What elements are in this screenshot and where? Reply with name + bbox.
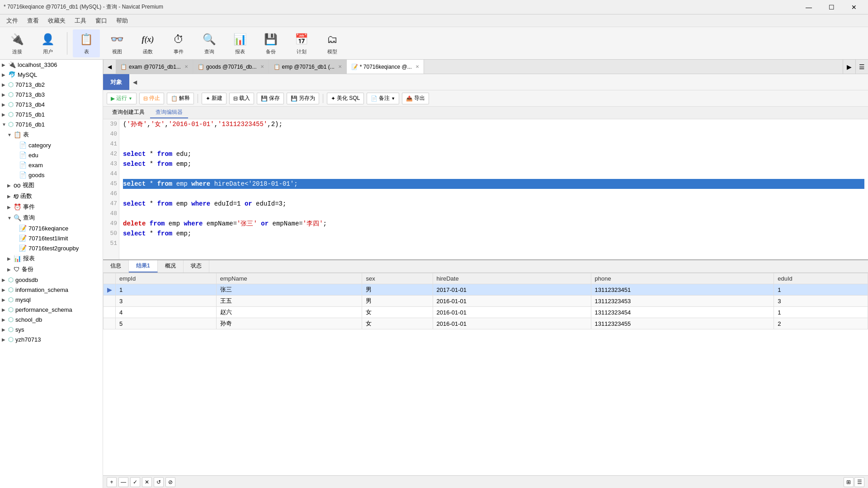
col-phone[interactable]: phone bbox=[591, 273, 774, 284]
cancel-button[interactable]: ✕ bbox=[142, 477, 152, 487]
table-row[interactable]: 4 赵六 女 2016-01-01 13112323454 1 bbox=[104, 307, 868, 318]
sidebar-item-70713db3[interactable]: ▶ ⬡ 70713_db3 bbox=[0, 89, 103, 99]
tab-close-icon[interactable]: ✕ bbox=[184, 64, 188, 69]
table-container[interactable]: empId empName sex hireDate phone eduId ▶ bbox=[103, 273, 868, 475]
query-button[interactable]: 🔍 查询 bbox=[196, 29, 223, 57]
tab-close-icon[interactable]: ✕ bbox=[260, 64, 264, 69]
object-tag[interactable]: 对象 bbox=[103, 74, 129, 90]
sidebar-item-70716test2groupby[interactable]: 📝 70716test2groupby bbox=[0, 243, 103, 253]
tab-keqiance[interactable]: 📝 * 70716keqiance @... ✕ bbox=[347, 60, 424, 74]
sidebar-item-mysql[interactable]: ▶ 🐬 MySQL bbox=[0, 70, 103, 80]
col-sex[interactable]: sex bbox=[362, 273, 433, 284]
tab-menu-button[interactable]: ☰ bbox=[855, 60, 868, 74]
sidebar-item-70716keqiance[interactable]: 📝 70716keqiance bbox=[0, 223, 103, 233]
user-button[interactable]: 👤 用户 bbox=[34, 29, 61, 57]
beautify-button[interactable]: ✦ 美化 SQL bbox=[327, 93, 364, 104]
query-editor-tab[interactable]: 查询编辑器 bbox=[150, 107, 188, 118]
sidebar-item-view-folder[interactable]: ▶ oo 视图 bbox=[0, 180, 103, 191]
col-empid[interactable]: empId bbox=[116, 273, 217, 284]
save-button[interactable]: 💾 保存 bbox=[257, 93, 284, 104]
code-editor[interactable]: 39 40 41 42 43 44 45 46 47 48 49 50 51 (… bbox=[103, 119, 868, 259]
backup-button[interactable]: 💾 备份 bbox=[257, 29, 284, 57]
menu-file[interactable]: 文件 bbox=[2, 15, 23, 27]
col-hiredate[interactable]: hireDate bbox=[433, 273, 591, 284]
function-icon: f(x) bbox=[140, 31, 156, 47]
sidebar-item-mysql-db[interactable]: ▶ ⬡ mysql bbox=[0, 295, 103, 305]
schedule-button[interactable]: 📅 计划 bbox=[288, 29, 315, 57]
grid-view-button[interactable]: ⊞ bbox=[844, 477, 854, 487]
refresh-button[interactable]: ↺ bbox=[154, 477, 164, 487]
minimize-button[interactable]: — bbox=[798, 0, 819, 14]
menu-favorites[interactable]: 收藏夹 bbox=[43, 15, 70, 27]
sidebar-item-schooldb[interactable]: ▶ ⬡ school_db bbox=[0, 314, 103, 324]
explain-button[interactable]: 📋 解释 bbox=[167, 93, 194, 104]
table-row[interactable]: 3 王五 男 2016-01-01 13112323453 3 bbox=[104, 296, 868, 307]
tab-scroll-right-button[interactable]: ▶ bbox=[843, 60, 855, 74]
tab-close-icon[interactable]: ✕ bbox=[415, 64, 419, 69]
save-as-button[interactable]: 💾 另存为 bbox=[287, 93, 319, 104]
sidebar-item-exam[interactable]: 📄 exam bbox=[0, 160, 103, 170]
tab-overview[interactable]: 概况 bbox=[158, 260, 184, 272]
tab-info[interactable]: 信息 bbox=[103, 260, 129, 272]
stop-refresh-button[interactable]: ⊘ bbox=[165, 477, 175, 487]
query-create-tools-tab[interactable]: 查询创建工具 bbox=[107, 107, 150, 118]
delete-row-button[interactable]: — bbox=[118, 477, 128, 487]
tab-result1[interactable]: 结果1 bbox=[129, 260, 158, 272]
tab-close-icon[interactable]: ✕ bbox=[338, 64, 342, 69]
tab-status[interactable]: 状态 bbox=[184, 260, 209, 272]
menu-tools[interactable]: 工具 bbox=[70, 15, 91, 27]
load-button[interactable]: ⊟ 载入 bbox=[229, 93, 254, 104]
sidebar-item-goods[interactable]: 📄 goods bbox=[0, 170, 103, 180]
function-button[interactable]: f(x) 函数 bbox=[134, 29, 161, 57]
code-content[interactable]: ('孙奇','女','2016-01-01','13112323455',2);… bbox=[119, 119, 868, 259]
tab-emp[interactable]: 📋 emp @70716_db1 (... ✕ bbox=[269, 60, 347, 74]
sidebar-item-information-schema[interactable]: ▶ ⬡ information_schema bbox=[0, 285, 103, 295]
new-button[interactable]: ✦ 新建 bbox=[202, 93, 226, 104]
table-button[interactable]: 📋 表 bbox=[73, 29, 100, 57]
confirm-button[interactable]: ✓ bbox=[130, 477, 140, 487]
menu-window[interactable]: 窗口 bbox=[91, 15, 112, 27]
export-button[interactable]: 📤 导出 bbox=[402, 93, 429, 104]
sidebar-item-query-folder[interactable]: ▼ 🔍 查询 bbox=[0, 212, 103, 223]
view-button[interactable]: 👓 视图 bbox=[104, 29, 131, 57]
col-eduid[interactable]: eduId bbox=[774, 273, 868, 284]
table-row[interactable]: ▶ 1 张三 男 2017-01-01 13112323451 1 bbox=[104, 284, 868, 296]
sidebar-item-backup-folder[interactable]: ▶ 🛡 备份 bbox=[0, 264, 103, 275]
sidebar-item-category[interactable]: 📄 category bbox=[0, 140, 103, 150]
add-row-button[interactable]: + bbox=[107, 477, 117, 487]
sidebar-item-event-folder[interactable]: ▶ ⏰ 事件 bbox=[0, 202, 103, 212]
schedule-label: 计划 bbox=[297, 48, 307, 55]
report-button[interactable]: 📊 报表 bbox=[226, 29, 254, 57]
sidebar-item-70716db1[interactable]: ▼ ⬡ 70716_db1 bbox=[0, 119, 103, 129]
stop-button[interactable]: ⊟ 停止 bbox=[139, 93, 164, 104]
backup-note-button[interactable]: 📄 备注 ▼ bbox=[367, 93, 399, 104]
sidebar-item-sys[interactable]: ▶ ⬡ sys bbox=[0, 324, 103, 334]
sidebar-item-performance-schema[interactable]: ▶ ⬡ performance_schema bbox=[0, 305, 103, 314]
close-button[interactable]: ✕ bbox=[844, 0, 864, 14]
sidebar-item-report-folder[interactable]: ▶ 📊 报表 bbox=[0, 253, 103, 264]
sidebar-item-70715db1[interactable]: ▶ ⬡ 70715_db1 bbox=[0, 109, 103, 119]
sidebar-item-70716test1limit[interactable]: 📝 70716test1limit bbox=[0, 233, 103, 243]
tab-back-button[interactable]: ◀ bbox=[103, 60, 116, 74]
col-empname[interactable]: empName bbox=[216, 273, 362, 284]
sidebar-item-70713db2[interactable]: ▶ ⬡ 70713_db2 bbox=[0, 80, 103, 89]
event-button[interactable]: ⏱ 事件 bbox=[165, 29, 192, 57]
object-back-button[interactable]: ◀ bbox=[129, 74, 140, 90]
menu-view[interactable]: 查看 bbox=[23, 15, 43, 27]
tab-exam[interactable]: 📋 exam @70716_db1... ✕ bbox=[116, 60, 193, 74]
run-button[interactable]: ▶ 运行 ▼ bbox=[107, 93, 137, 104]
tab-goods[interactable]: 📋 goods @70716_db... ✕ bbox=[193, 60, 269, 74]
sidebar-item-localhost[interactable]: ▶ 🔌 localhost_3306 bbox=[0, 60, 103, 70]
sidebar-item-goodsdb[interactable]: ▶ ⬡ goodsdb bbox=[0, 275, 103, 285]
menu-help[interactable]: 帮助 bbox=[112, 15, 132, 27]
sidebar-item-func-folder[interactable]: ▶ f() 函数 bbox=[0, 191, 103, 202]
sidebar-item-yzh70713[interactable]: ▶ ⬡ yzh70713 bbox=[0, 334, 103, 344]
sidebar-item-table-folder[interactable]: ▼ 📋 表 bbox=[0, 129, 103, 140]
connect-button[interactable]: 🔌 连接 bbox=[4, 29, 31, 57]
table-row[interactable]: 5 孙奇 女 2016-01-01 13112323455 2 bbox=[104, 318, 868, 329]
sidebar-item-edu[interactable]: 📄 edu bbox=[0, 150, 103, 160]
maximize-button[interactable]: ☐ bbox=[821, 0, 842, 14]
sidebar-item-70713db4[interactable]: ▶ ⬡ 70713_db4 bbox=[0, 99, 103, 109]
form-view-button[interactable]: ☰ bbox=[854, 477, 864, 487]
model-button[interactable]: 🗂 模型 bbox=[319, 29, 346, 57]
